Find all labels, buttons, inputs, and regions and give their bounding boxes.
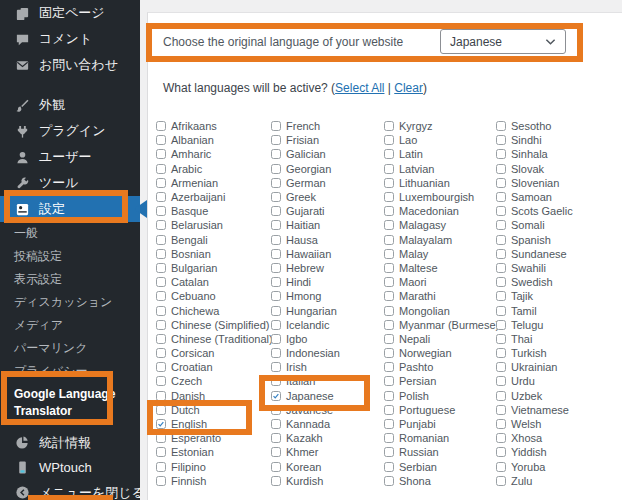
language-option-thai[interactable]: Thai: [496, 332, 616, 346]
language-option-punjabi[interactable]: Punjabi: [384, 417, 496, 431]
submenu-item-permalink[interactable]: パーマリンク: [0, 337, 140, 360]
language-option-greek[interactable]: Greek: [271, 190, 384, 204]
checkbox-icon[interactable]: [384, 291, 394, 301]
sidebar-item-contact[interactable]: お問い合わせ: [0, 52, 140, 78]
checkbox-icon[interactable]: [271, 164, 281, 174]
sidebar-item-collapse-menu[interactable]: メニューを閉じる: [0, 480, 140, 500]
checkbox-icon[interactable]: [384, 149, 394, 159]
sidebar-item-wptouch[interactable]: WPtouch: [0, 455, 140, 480]
language-option-maori[interactable]: Maori: [384, 275, 496, 289]
checkbox-icon[interactable]: [271, 220, 281, 230]
checkbox-icon[interactable]: [384, 391, 394, 401]
language-option-maltese[interactable]: Maltese: [384, 261, 496, 275]
checkbox-icon[interactable]: [271, 334, 281, 344]
checkbox-icon[interactable]: [496, 164, 506, 174]
language-option-estonian[interactable]: Estonian: [156, 445, 271, 459]
language-option-pashto[interactable]: Pashto: [384, 360, 496, 374]
checkbox-icon[interactable]: [271, 306, 281, 316]
language-option-shona[interactable]: Shona: [384, 474, 496, 488]
language-option-finnish[interactable]: Finnish: [156, 474, 271, 488]
language-option-catalan[interactable]: Catalan: [156, 275, 271, 289]
original-language-select[interactable]: Japanese: [440, 29, 566, 54]
language-option-polish[interactable]: Polish: [384, 389, 496, 403]
checkbox-icon[interactable]: [156, 135, 166, 145]
select-all-link[interactable]: Select All: [335, 81, 384, 95]
checkbox-icon[interactable]: [271, 462, 281, 472]
language-option-belarusian[interactable]: Belarusian: [156, 218, 271, 232]
language-option-tamil[interactable]: Tamil: [496, 303, 616, 317]
language-option-icelandic[interactable]: Icelandic: [271, 318, 384, 332]
checkbox-icon[interactable]: [496, 206, 506, 216]
language-option-turkish[interactable]: Turkish: [496, 346, 616, 360]
language-option-indonesian[interactable]: Indonesian: [271, 346, 384, 360]
language-option-persian[interactable]: Persian: [384, 374, 496, 388]
checkbox-icon[interactable]: [496, 348, 506, 358]
language-option-spanish[interactable]: Spanish: [496, 233, 616, 247]
language-option-italian[interactable]: Italian: [271, 374, 384, 388]
checkbox-icon[interactable]: [496, 334, 506, 344]
language-option-malay[interactable]: Malay: [384, 247, 496, 261]
checkbox-icon[interactable]: [271, 362, 281, 372]
language-option-somali[interactable]: Somali: [496, 218, 616, 232]
language-option-french[interactable]: French: [271, 119, 384, 133]
language-option-hungarian[interactable]: Hungarian: [271, 303, 384, 317]
checkbox-icon[interactable]: [271, 178, 281, 188]
checkbox-icon[interactable]: [496, 405, 506, 415]
checkbox-icon[interactable]: [271, 135, 281, 145]
language-option-hawaiian[interactable]: Hawaiian: [271, 247, 384, 261]
submenu-item-writing[interactable]: 投稿設定: [0, 245, 140, 268]
language-option-luxembourgish[interactable]: Luxembourgish: [384, 190, 496, 204]
language-option-latvian[interactable]: Latvian: [384, 162, 496, 176]
checkbox-icon[interactable]: [156, 121, 166, 131]
checkbox-icon[interactable]: [271, 192, 281, 202]
language-option-malagasy[interactable]: Malagasy: [384, 218, 496, 232]
checkbox-icon[interactable]: [156, 263, 166, 273]
checkbox-icon[interactable]: [271, 348, 281, 358]
checkbox-icon[interactable]: [384, 419, 394, 429]
submenu-item-google-language-translator[interactable]: Google Language Translator: [0, 383, 140, 425]
checkbox-icon[interactable]: [156, 405, 166, 415]
language-option-malayalam[interactable]: Malayalam: [384, 233, 496, 247]
checkbox-icon[interactable]: [384, 476, 394, 486]
checkbox-icon[interactable]: [271, 320, 281, 330]
language-option-bulgarian[interactable]: Bulgarian: [156, 261, 271, 275]
language-option-telugu[interactable]: Telugu: [496, 318, 616, 332]
checkbox-icon[interactable]: [496, 433, 506, 443]
language-option-bosnian[interactable]: Bosnian: [156, 247, 271, 261]
language-option-yoruba[interactable]: Yoruba: [496, 460, 616, 474]
checkbox-icon[interactable]: [384, 277, 394, 287]
language-option-marathi[interactable]: Marathi: [384, 289, 496, 303]
checkbox-icon[interactable]: [384, 447, 394, 457]
language-option-hmong[interactable]: Hmong: [271, 289, 384, 303]
checkbox-icon[interactable]: [271, 263, 281, 273]
checkbox-icon[interactable]: [384, 433, 394, 443]
submenu-item-discussion[interactable]: ディスカッション: [0, 291, 140, 314]
checkbox-icon[interactable]: [384, 121, 394, 131]
sidebar-item-plugins[interactable]: プラグイン: [0, 118, 140, 144]
language-option-mongolian[interactable]: Mongolian: [384, 303, 496, 317]
language-option-kannada[interactable]: Kannada: [271, 417, 384, 431]
language-option-slovenian[interactable]: Slovenian: [496, 176, 616, 190]
checkbox-icon[interactable]: [384, 376, 394, 386]
language-option-czech[interactable]: Czech: [156, 374, 271, 388]
checkbox-icon[interactable]: [271, 447, 281, 457]
language-option-hebrew[interactable]: Hebrew: [271, 261, 384, 275]
checkbox-icon[interactable]: [156, 391, 166, 401]
checkbox-icon[interactable]: [496, 320, 506, 330]
language-option-sindhi[interactable]: Sindhi: [496, 133, 616, 147]
language-option-german[interactable]: German: [271, 176, 384, 190]
checkbox-icon[interactable]: [496, 178, 506, 188]
language-option-bengali[interactable]: Bengali: [156, 233, 271, 247]
language-option-ukrainian[interactable]: Ukrainian: [496, 360, 616, 374]
language-option-slovak[interactable]: Slovak: [496, 162, 616, 176]
language-option-sinhala[interactable]: Sinhala: [496, 147, 616, 161]
checkbox-icon[interactable]: [384, 362, 394, 372]
language-option-welsh[interactable]: Welsh: [496, 417, 616, 431]
language-option-albanian[interactable]: Albanian: [156, 133, 271, 147]
language-option-portuguese[interactable]: Portuguese: [384, 403, 496, 417]
language-option-dutch[interactable]: Dutch: [156, 403, 271, 417]
checkbox-icon[interactable]: [271, 405, 281, 415]
language-option-urdu[interactable]: Urdu: [496, 374, 616, 388]
language-option-armenian[interactable]: Armenian: [156, 176, 271, 190]
checkbox-icon[interactable]: [156, 433, 166, 443]
